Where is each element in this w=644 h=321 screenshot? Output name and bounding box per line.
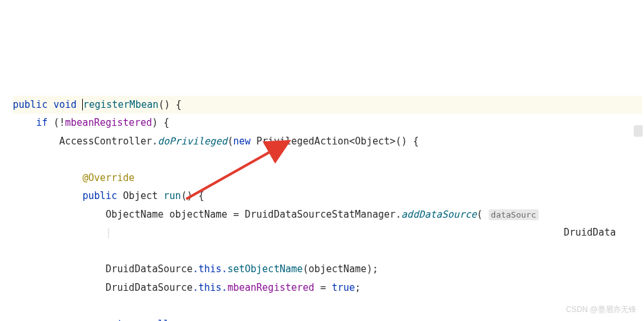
method-name: run (164, 190, 181, 202)
kw-null: null (141, 318, 170, 322)
text: (objectName); (303, 263, 378, 275)
text: = (315, 282, 332, 293)
type-ref: PrivilegedAction (250, 135, 349, 147)
text: () { (181, 190, 204, 202)
text: DruidData (564, 227, 616, 238)
field-ref: mbeanRegistered (65, 117, 152, 128)
method-name: registerMbean (83, 99, 158, 110)
text: = (227, 209, 245, 220)
kw-public: public (82, 190, 117, 202)
field-ref: mbeanRegistered (227, 282, 314, 293)
dot: . (396, 209, 401, 220)
kw-this: .this. (193, 263, 227, 275)
scrollbar-thumb[interactable] (634, 125, 643, 137)
watermark: CSDN @墨眉亦无锋 (566, 302, 636, 317)
kw-true: true (332, 282, 355, 293)
kw-this: .this. (193, 282, 227, 293)
kw-return: return (106, 318, 141, 322)
static-call: doPrivileged (158, 135, 227, 147)
text: ) { (152, 117, 170, 128)
kw-if: if (36, 117, 48, 128)
class-ref: DruidDataSourceStatManager (245, 209, 396, 220)
highlighted-line: public void registerMbean() { (13, 96, 642, 114)
code-editor[interactable]: public void registerMbean() { if (!mbean… (0, 73, 644, 321)
semi: ; (355, 282, 361, 293)
type-ref: Object (117, 190, 164, 202)
text: (! (48, 117, 65, 128)
dot: . (152, 135, 158, 147)
class-ref: DruidDataSource (106, 282, 193, 293)
class-ref: AccessController (59, 135, 152, 147)
annotation: @Override (82, 172, 134, 184)
kw-new: new (233, 135, 250, 147)
text: <Object>() { (349, 135, 419, 147)
parameter-hint: dataSourc (489, 209, 539, 220)
var-name: objectName (170, 209, 227, 220)
paren: ( (477, 209, 483, 220)
static-call: addDataSource (401, 209, 476, 220)
class-ref: DruidDataSource (106, 263, 193, 275)
kw-public: public (13, 99, 48, 110)
type-ref: ObjectName (106, 209, 170, 220)
text: () { (159, 99, 182, 110)
kw-void: void (53, 99, 76, 110)
paren: ( (227, 135, 233, 147)
method-call: setObjectName (227, 263, 302, 275)
semi: ; (170, 318, 175, 322)
